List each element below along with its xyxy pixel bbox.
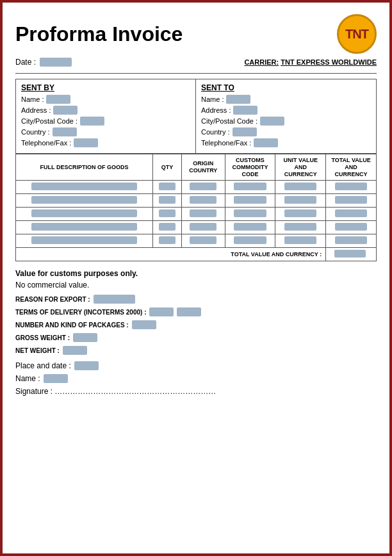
sent-by-city-input[interactable] — [80, 117, 104, 126]
customs-cell[interactable] — [234, 196, 266, 204]
sent-by-country-input[interactable] — [53, 127, 77, 136]
col-description: FULL DESCRIPTION OF GOODS — [16, 154, 153, 181]
date-label: Date : — [15, 58, 36, 67]
sent-to-address-row: Address : — [201, 106, 371, 115]
customs-cell[interactable] — [234, 236, 266, 244]
total-val-cell[interactable] — [335, 236, 367, 244]
place-date-label: Place and date : — [15, 361, 71, 370]
invoice-page: Proforma Invoice TNT Date : CARRIER: TNT… — [0, 0, 392, 556]
sent-to-phone-row: Telephone/Fax : — [201, 138, 371, 147]
date-left: Date : — [15, 58, 72, 67]
date-input[interactable] — [40, 58, 72, 67]
desc-cell[interactable] — [31, 223, 138, 231]
page-title: Proforma Invoice — [15, 22, 183, 46]
total-val-cell[interactable] — [335, 196, 367, 204]
total-value-box[interactable] — [334, 250, 365, 258]
signature-row: Signature : ……………………………………………………… — [15, 387, 377, 396]
gross-input[interactable] — [73, 333, 97, 342]
sent-to-heading: SENT TO — [201, 83, 371, 92]
customs-note: Value for customs purposes only. — [15, 269, 377, 278]
total-row: TOTAL VALUE AND CURRENCY : — [16, 248, 377, 261]
place-date-input[interactable] — [74, 361, 99, 370]
col-customs: CUSTOMS COMMODITY CODE — [225, 154, 275, 181]
qty-cell[interactable] — [159, 183, 176, 190]
qty-cell[interactable] — [159, 223, 176, 231]
table-row — [16, 208, 377, 221]
origin-cell[interactable] — [190, 223, 216, 231]
reason-label: REASON FOR EXPORT : — [15, 296, 90, 303]
sent-by-phone-input[interactable] — [74, 138, 98, 147]
sent-by-phone-row: Telephone/Fax : — [21, 138, 190, 147]
sent-to-country-row: Country : — [201, 127, 371, 136]
header: Proforma Invoice TNT — [15, 14, 377, 54]
net-label: NET WEIGHT : — [15, 347, 60, 354]
sent-by-country-row: Country : — [21, 127, 190, 136]
sent-to-name-row: Name : — [201, 95, 371, 104]
total-value-input[interactable] — [326, 248, 377, 261]
col-unit-value: UNIT VALUE AND CURRENCY — [275, 154, 326, 181]
table-row — [16, 181, 377, 194]
reason-row: REASON FOR EXPORT : — [15, 295, 377, 304]
delivery-row: TERMS OF DELIVERY (INCOTERMS 2000) : — [15, 307, 377, 316]
col-qty: QTY — [152, 154, 181, 181]
total-val-cell[interactable] — [335, 209, 367, 217]
desc-cell[interactable] — [31, 196, 138, 204]
packages-label: NUMBER AND KIND OF PACKAGES : — [15, 322, 129, 329]
unit-val-cell[interactable] — [284, 223, 316, 231]
sent-to-city-input[interactable] — [260, 117, 284, 126]
total-label: TOTAL VALUE AND CURRENCY : — [16, 248, 326, 261]
net-input[interactable] — [63, 346, 87, 355]
tnt-logo: TNT — [337, 14, 377, 54]
qty-cell[interactable] — [159, 196, 176, 204]
origin-cell[interactable] — [190, 196, 216, 204]
name-label: Name : — [15, 374, 40, 383]
name-input[interactable] — [44, 374, 68, 383]
desc-cell[interactable] — [31, 209, 138, 217]
sent-by-name-row: Name : — [21, 95, 190, 104]
reason-input[interactable] — [94, 295, 135, 304]
desc-cell[interactable] — [31, 183, 138, 190]
desc-cell[interactable] — [31, 236, 138, 244]
table-row — [16, 221, 377, 234]
footer-section: Value for customs purposes only. No comm… — [15, 269, 377, 396]
sent-grid: SENT BY Name : Address : City/Postal Cod… — [15, 79, 377, 154]
total-val-cell[interactable] — [335, 223, 367, 231]
col-total-value: TOTAL VALUE AND CURRENCY — [326, 154, 377, 181]
carrier-info: CARRIER: TNT EXPRESS WORLDWIDE — [244, 58, 377, 66]
packages-row: NUMBER AND KIND OF PACKAGES : — [15, 320, 377, 329]
qty-cell[interactable] — [159, 236, 176, 244]
origin-cell[interactable] — [190, 209, 216, 217]
sent-by-address-row: Address : — [21, 106, 190, 115]
sent-by-col: SENT BY Name : Address : City/Postal Cod… — [16, 79, 196, 153]
packages-input[interactable] — [132, 320, 156, 329]
place-date-row: Place and date : — [15, 361, 377, 370]
gross-label: GROSS WEIGHT : — [15, 334, 70, 341]
unit-val-cell[interactable] — [284, 236, 316, 244]
goods-table: FULL DESCRIPTION OF GOODS QTY ORIGIN COU… — [15, 154, 377, 261]
sent-by-name-input[interactable] — [46, 95, 70, 104]
delivery-label: TERMS OF DELIVERY (INCOTERMS 2000) : — [15, 309, 146, 316]
sent-to-city-row: City/Postal Code : — [201, 117, 371, 126]
delivery-input1[interactable] — [149, 307, 174, 316]
qty-cell[interactable] — [159, 209, 176, 217]
sent-by-address-input[interactable] — [53, 106, 78, 115]
total-val-cell[interactable] — [335, 183, 367, 190]
delivery-input2[interactable] — [177, 307, 201, 316]
table-row — [16, 194, 377, 208]
sent-by-heading: SENT BY — [21, 83, 190, 92]
unit-val-cell[interactable] — [284, 183, 316, 190]
customs-cell[interactable] — [234, 223, 266, 231]
unit-val-cell[interactable] — [284, 209, 316, 217]
sent-to-address-input[interactable] — [233, 106, 257, 115]
sent-to-country-input[interactable] — [233, 127, 257, 136]
origin-cell[interactable] — [190, 236, 216, 244]
unit-val-cell[interactable] — [284, 196, 316, 204]
commercial-note: No commercial value. — [15, 281, 377, 290]
sent-to-phone-input[interactable] — [254, 138, 278, 147]
customs-cell[interactable] — [234, 209, 266, 217]
name-row: Name : — [15, 374, 377, 383]
carrier-value: TNT EXPRESS WORLDWIDE — [281, 58, 377, 66]
customs-cell[interactable] — [234, 183, 266, 190]
sent-to-name-input[interactable] — [226, 95, 250, 104]
origin-cell[interactable] — [190, 183, 216, 190]
